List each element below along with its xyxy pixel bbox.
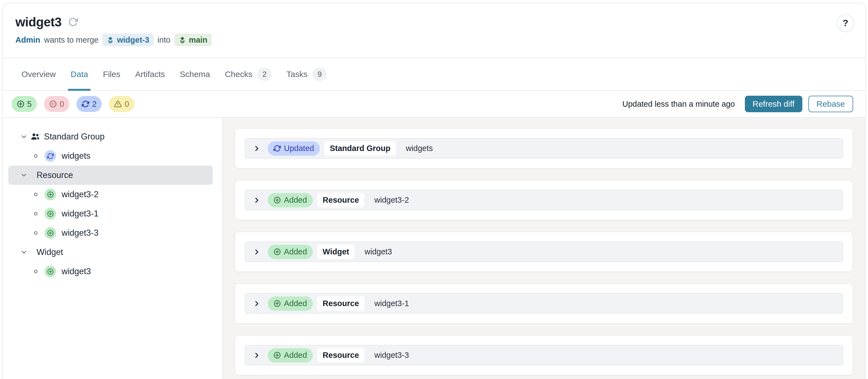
added-status-icon <box>44 189 56 200</box>
help-button[interactable]: ? <box>837 14 854 32</box>
tree-item-widget3-2[interactable]: widget3-2 <box>3 185 222 204</box>
tree-item-widgets[interactable]: widgets <box>3 146 222 166</box>
diff-row-widget3-3[interactable]: Added Resource widget3-3 <box>245 345 843 366</box>
merge-text: wants to merge <box>44 35 98 45</box>
status-label: Added <box>284 351 307 360</box>
chevron-right-icon[interactable] <box>253 300 260 308</box>
status-badge: Added <box>268 296 313 311</box>
status-label: Updated <box>284 144 314 153</box>
chevron-right-icon[interactable] <box>253 145 260 152</box>
tree-item-widget3-1[interactable]: widget3-1 <box>3 204 222 223</box>
content-area: Standard Group widgets Resource widget3-… <box>3 118 865 379</box>
tree-group-widget[interactable]: Widget <box>3 242 222 262</box>
plus-circle-icon <box>47 230 54 236</box>
tree-group-standard-group[interactable]: Standard Group <box>3 127 222 146</box>
diff-row-widget3-1[interactable]: Added Resource widget3-1 <box>245 293 843 314</box>
added-count: 5 <box>27 99 32 109</box>
chevron-down-icon[interactable] <box>20 249 28 256</box>
tab-label: Overview <box>22 69 56 79</box>
plus-circle-icon <box>274 196 281 204</box>
tree-item-widget3-3[interactable]: widget3-3 <box>3 223 222 242</box>
stats-actions: Updated less than a minute ago Refresh d… <box>622 96 853 112</box>
tab-tasks[interactable]: Tasks 9 <box>284 58 330 90</box>
target-branch-label: main <box>189 35 208 45</box>
type-chip: Widget <box>317 244 354 259</box>
type-chip: Standard Group <box>324 141 396 156</box>
updated-status-icon <box>44 150 56 162</box>
diff-row-widgets[interactable]: Updated Standard Group widgets <box>245 138 843 159</box>
diff-row-widget3[interactable]: Added Widget widget3 <box>245 241 843 262</box>
app-frame: widget3 Admin wants to merge widget-3 in… <box>2 3 866 379</box>
type-chip: Resource <box>317 348 365 362</box>
diff-stat-pills: 5 0 2 0 <box>11 96 134 112</box>
added-status-icon <box>44 227 56 239</box>
refresh-icon[interactable] <box>68 17 78 27</box>
minus-circle-icon <box>49 100 57 108</box>
tree-group-label: Resource <box>36 170 73 180</box>
status-badge: Added <box>268 245 313 259</box>
chevron-right-icon[interactable] <box>253 248 260 256</box>
help-label: ? <box>843 18 848 28</box>
removed-count-pill: 0 <box>44 96 69 112</box>
tree-item-label: widget3 <box>62 266 91 276</box>
tree-group-label: Widget <box>36 247 63 257</box>
plus-circle-icon <box>47 268 54 275</box>
merge-summary: Admin wants to merge widget-3 into main <box>16 34 852 46</box>
tab-count-badge: 2 <box>257 68 272 81</box>
tab-overview[interactable]: Overview <box>19 58 59 90</box>
tree-group-resource[interactable]: Resource <box>8 166 213 185</box>
source-branch-badge[interactable]: widget-3 <box>102 34 154 46</box>
bullet-icon <box>34 270 37 273</box>
tab-artifacts[interactable]: Artifacts <box>132 58 168 90</box>
tab-data[interactable]: Data <box>68 58 91 90</box>
diff-stats-bar: 5 0 2 0 Updated less than a minute ago R… <box>3 91 865 118</box>
sync-icon <box>47 153 54 159</box>
into-text: into <box>157 35 170 45</box>
branch-icon <box>179 36 186 44</box>
updated-ago-text: Updated less than a minute ago <box>622 99 735 109</box>
added-status-icon <box>44 266 56 277</box>
chevron-right-icon[interactable] <box>253 351 260 359</box>
group-users-icon <box>30 132 40 142</box>
tab-label: Artifacts <box>135 69 165 79</box>
status-label: Added <box>284 299 307 308</box>
tab-schema[interactable]: Schema <box>177 58 213 90</box>
tab-label: Checks <box>225 69 252 79</box>
tree-item-label: widget3-1 <box>62 209 98 218</box>
chevron-down-icon[interactable] <box>20 133 28 140</box>
plus-circle-icon <box>47 210 54 217</box>
warning-triangle-icon <box>114 100 122 108</box>
type-chip: Resource <box>317 296 365 311</box>
tab-files[interactable]: Files <box>100 58 123 90</box>
added-status-icon <box>44 208 56 220</box>
diff-card: Updated Standard Group widgets <box>235 128 853 169</box>
target-branch-badge[interactable]: main <box>174 34 212 46</box>
plus-circle-icon <box>274 351 281 359</box>
object-name: widget3-1 <box>374 299 409 308</box>
branch-icon <box>106 36 114 44</box>
sync-icon <box>82 100 89 108</box>
bullet-icon <box>34 212 37 215</box>
refresh-diff-button[interactable]: Refresh diff <box>745 96 802 112</box>
tab-label: Data <box>71 69 88 79</box>
status-badge: Added <box>268 193 313 207</box>
plus-circle-icon <box>274 300 281 307</box>
warning-count-pill: 0 <box>109 96 134 112</box>
tab-label: Schema <box>180 69 210 79</box>
tree-item-widget3[interactable]: widget3 <box>3 262 222 281</box>
diff-card: Added Resource widget3-3 <box>235 335 853 375</box>
bullet-icon <box>34 154 37 157</box>
chevron-right-icon[interactable] <box>253 196 260 204</box>
rebase-button[interactable]: Rebase <box>808 96 853 112</box>
chevron-down-icon[interactable] <box>20 172 28 179</box>
object-name: widgets <box>406 144 433 153</box>
plus-circle-icon <box>17 100 25 108</box>
tree-group-label: Standard Group <box>44 132 105 142</box>
author-link[interactable]: Admin <box>16 35 40 45</box>
type-chip: Resource <box>317 193 365 207</box>
added-count-pill: 5 <box>11 96 37 112</box>
diff-row-widget3-2[interactable]: Added Resource widget3-2 <box>245 190 843 210</box>
tab-checks[interactable]: Checks 2 <box>222 58 274 90</box>
tree-item-label: widgets <box>62 151 90 161</box>
status-label: Added <box>284 196 307 205</box>
